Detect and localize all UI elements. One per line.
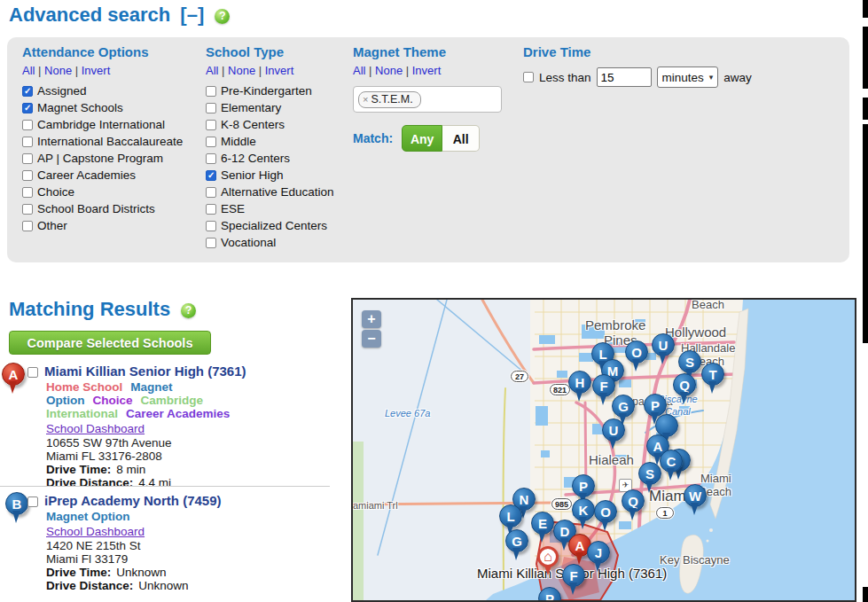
school-map-marker-u[interactable]: U xyxy=(652,333,675,356)
checkbox-label: Cambridge International xyxy=(37,118,165,131)
checkbox-option[interactable]: Alternative Education xyxy=(206,184,334,200)
checkbox-option[interactable]: Specialized Centers xyxy=(206,217,334,234)
checkbox[interactable] xyxy=(206,86,216,97)
map-place-label: Hollywood xyxy=(665,324,726,340)
help-icon[interactable]: ? xyxy=(215,9,230,24)
checkbox-option[interactable]: Career Academies xyxy=(22,167,183,184)
checkbox-option[interactable]: AP | Capstone Program xyxy=(22,150,183,167)
match-label: Match: xyxy=(353,131,393,145)
checkbox-option[interactable]: Vocational xyxy=(206,234,334,251)
school-map-marker-w[interactable]: W xyxy=(684,484,707,507)
remove-tag-icon[interactable]: × xyxy=(363,94,368,105)
school-dashboard-link[interactable]: School Dashboard xyxy=(46,525,145,538)
checkbox-option[interactable]: Choice xyxy=(22,184,183,200)
road-shield: 1 xyxy=(656,507,674,519)
school-map-marker-t[interactable]: T xyxy=(701,363,724,386)
school-map-marker-f[interactable]: F xyxy=(592,374,615,397)
selected-theme-chip[interactable]: ×S.T.E.M. xyxy=(358,91,421,108)
zoom-in-button[interactable]: + xyxy=(362,310,381,328)
help-icon[interactable]: ? xyxy=(181,303,196,318)
checkbox-option[interactable]: Other xyxy=(22,217,183,234)
checkbox[interactable] xyxy=(22,170,33,181)
school-map-marker-g[interactable]: G xyxy=(612,395,635,418)
checkbox-option[interactable]: International Baccalaureate xyxy=(22,133,183,150)
checkbox[interactable] xyxy=(206,187,216,198)
checkbox[interactable] xyxy=(22,86,33,97)
school-name-link[interactable]: iPrep Academy North (7459) xyxy=(44,489,333,508)
checkbox[interactable] xyxy=(22,204,33,215)
checkbox-option[interactable]: Elementary xyxy=(206,99,334,116)
filter-link-invert[interactable]: Invert xyxy=(265,64,294,77)
drive-time-checkbox[interactable] xyxy=(523,72,534,82)
theme-chip-label: S.T.E.M. xyxy=(371,93,412,106)
result-marker-a[interactable]: A xyxy=(2,363,25,386)
checkbox[interactable] xyxy=(22,137,33,147)
school-map-marker-k[interactable]: K xyxy=(572,498,595,521)
school-map-marker-l[interactable]: L xyxy=(499,504,522,528)
checkbox[interactable] xyxy=(22,120,33,130)
checkbox[interactable] xyxy=(206,170,216,181)
drive-time-label: Drive Time: xyxy=(46,463,111,476)
match-any-button[interactable]: Any xyxy=(402,125,442,152)
school-map-marker-s[interactable]: S xyxy=(638,462,661,485)
drive-time-unit-select[interactable]: minutes▾ xyxy=(657,66,719,88)
filter-link-none[interactable]: None xyxy=(44,64,72,77)
checkbox[interactable] xyxy=(206,137,216,147)
school-map-marker-o[interactable]: O xyxy=(594,500,617,523)
checkbox[interactable] xyxy=(206,221,216,231)
school-map-marker-f[interactable]: F xyxy=(562,564,585,587)
checkbox[interactable] xyxy=(22,103,33,113)
result-marker-b[interactable]: B xyxy=(5,492,28,515)
drive-time-value-input[interactable] xyxy=(597,67,652,87)
checkbox[interactable] xyxy=(206,103,216,113)
checkbox-option[interactable]: Middle xyxy=(206,133,334,150)
checkbox[interactable] xyxy=(22,221,33,231)
school-name-link[interactable]: Miami Killian Senior High (7361) xyxy=(44,360,333,379)
school-map-marker-o[interactable]: O xyxy=(625,340,648,364)
section-title: School Type xyxy=(206,44,334,64)
school-map-marker-c[interactable]: C xyxy=(660,450,683,473)
school-map-marker-g[interactable]: G xyxy=(505,529,528,552)
filter-link-invert[interactable]: Invert xyxy=(82,64,111,77)
filter-link-none[interactable]: None xyxy=(228,64,255,77)
checkbox-option[interactable]: ESE xyxy=(206,200,334,217)
filter-link-invert[interactable]: Invert xyxy=(412,64,442,77)
school-map-marker-q[interactable]: Q xyxy=(622,489,645,512)
compare-selected-schools-button[interactable]: Compare Selected Schools xyxy=(9,331,211,355)
checkbox-option[interactable]: School Board Districts xyxy=(22,200,183,217)
zoom-out-button[interactable]: − xyxy=(362,330,381,348)
select-school-checkbox[interactable] xyxy=(27,367,38,378)
checkbox-option[interactable]: Assigned xyxy=(22,82,183,99)
school-map-marker-p[interactable]: P xyxy=(644,394,667,417)
checkbox-option[interactable]: Cambridge International xyxy=(22,116,183,133)
school-dashboard-link[interactable]: School Dashboard xyxy=(46,422,145,435)
checkbox-option[interactable]: 6-12 Centers xyxy=(206,150,334,167)
school-map-marker-s[interactable]: S xyxy=(678,350,701,373)
checkbox-option[interactable]: Pre-Kindergarten xyxy=(206,82,334,99)
checkbox[interactable] xyxy=(206,120,216,130)
filter-link-all[interactable]: All xyxy=(353,64,365,77)
home-location-marker[interactable]: ⌂ xyxy=(537,546,559,567)
checkbox[interactable] xyxy=(206,153,216,164)
collapse-control[interactable]: [–] xyxy=(180,4,204,26)
checkbox-option[interactable]: Senior High xyxy=(206,167,334,184)
school-map-marker-p[interactable]: P xyxy=(572,474,595,497)
select-school-checkbox[interactable] xyxy=(27,496,38,507)
checkbox[interactable] xyxy=(206,238,216,248)
checkbox[interactable] xyxy=(206,204,216,215)
school-map-marker-q[interactable]: Q xyxy=(673,373,696,396)
checkbox[interactable] xyxy=(22,153,33,164)
magnet-theme-input[interactable]: ×S.T.E.M. xyxy=(353,86,502,113)
filter-link-all[interactable]: All xyxy=(206,64,218,77)
checkbox-option[interactable]: Magnet Schools xyxy=(22,99,183,116)
school-map-marker-u[interactable]: U xyxy=(602,418,625,442)
school-map-marker-e[interactable]: E xyxy=(531,512,554,535)
school-map-marker-j[interactable]: J xyxy=(587,541,610,564)
match-all-button[interactable]: All xyxy=(442,125,480,152)
map[interactable]: BeachPembrokePinesHollywoodHallandaleBea… xyxy=(351,298,856,602)
filter-link-none[interactable]: None xyxy=(375,64,403,77)
filter-link-all[interactable]: All xyxy=(22,64,35,77)
school-map-marker-h[interactable]: H xyxy=(568,371,591,394)
checkbox-option[interactable]: K-8 Centers xyxy=(206,116,334,133)
checkbox[interactable] xyxy=(22,187,33,198)
